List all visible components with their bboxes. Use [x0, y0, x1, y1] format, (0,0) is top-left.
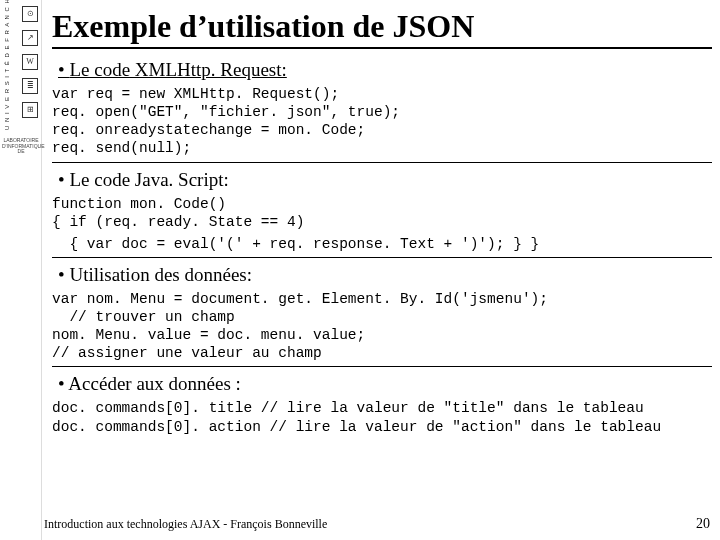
- code-block-2: { var doc = eval('(' + req. response. Te…: [52, 233, 712, 258]
- code-block-0: var req = new XMLHttp. Request(); req. o…: [52, 83, 712, 163]
- page-number: 20: [696, 516, 710, 532]
- section-heading-3: Utilisation des données:: [58, 264, 712, 286]
- slide-title: Exemple d’utilisation de JSON: [52, 8, 712, 49]
- section-heading-4: Accéder aux données :: [58, 373, 712, 395]
- university-label: U N I V E R S I T É D E F R A N C H E - …: [4, 0, 10, 130]
- sidebar-box-4: ⊞: [22, 102, 38, 118]
- sidebar: U N I V E R S I T É D E F R A N C H E - …: [0, 0, 42, 540]
- section-heading-0: Le code XMLHttp. Request:: [58, 59, 712, 81]
- sidebar-box-1: ↗: [22, 30, 38, 46]
- code-block-1: function mon. Code() { if (req. ready. S…: [52, 193, 712, 233]
- code-block-4: doc. commands[0]. title // lire la valeu…: [52, 397, 712, 439]
- lab-label: LABORATOIRE D'INFORMATIQUE DE: [2, 138, 40, 155]
- sidebar-box-2: W: [22, 54, 38, 70]
- code-block-3: var nom. Menu = document. get. Element. …: [52, 288, 712, 368]
- section-heading-1: Le code Java. Script:: [58, 169, 712, 191]
- slide-content: Exemple d’utilisation de JSON Le code XM…: [44, 0, 720, 444]
- sidebar-box-3: ≣: [22, 78, 38, 94]
- footer-text: Introduction aux technologies AJAX - Fra…: [44, 517, 327, 532]
- sidebar-box-0: ⊙: [22, 6, 38, 22]
